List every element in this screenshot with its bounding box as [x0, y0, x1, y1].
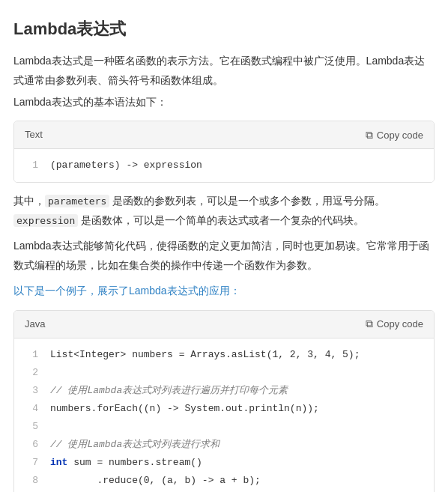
code-line: 7 int sum = numbers.stream() [14, 454, 434, 472]
line-code: List<Integer> numbers = Arrays.asList(1,… [50, 346, 360, 364]
copy-icon-1: ⧉ [366, 129, 373, 142]
line-code: // 使用Lambda表达式对列表进行求和 [50, 436, 220, 454]
code-body-java: 1 List<Integer> numbers = Arrays.asList(… [14, 338, 434, 492]
copy-button-1[interactable]: ⧉ Copy code [366, 129, 423, 142]
code-line: 6 // 使用Lambda表达式对列表进行求和 [14, 436, 434, 454]
line-number: 1 [22, 346, 38, 364]
code-line: 2 [14, 364, 434, 382]
intro-p2: Lambda表达式的基本语法如下： [13, 93, 435, 112]
line-code: // 使用Lambda表达式对列表进行遍历并打印每个元素 [50, 382, 288, 400]
line-number: 8 [22, 472, 38, 490]
line-code: numbers.forEach((n) -> System.out.printl… [50, 400, 319, 418]
line-number: 2 [22, 364, 38, 382]
line-number: 5 [22, 418, 38, 436]
line-number: 1 [22, 157, 38, 174]
code-line: 1 (parameters) -> expression [14, 157, 434, 174]
code-line: 3 // 使用Lambda表达式对列表进行遍历并打印每个元素 [14, 382, 434, 400]
code-line: 4 numbers.forEach((n) -> System.out.prin… [14, 400, 434, 418]
middle-text-1: 其中，parameters 是函数的参数列表，可以是一个或多个参数，用逗号分隔。… [13, 192, 435, 231]
code-block-text: Text ⧉ Copy code 1 (parameters) -> expre… [13, 121, 435, 183]
copy-button-2[interactable]: ⧉ Copy code [366, 318, 423, 330]
line-code: int sum = numbers.stream() [50, 454, 202, 472]
code-header-text: Text ⧉ Copy code [14, 121, 434, 149]
copy-icon-2: ⧉ [366, 318, 373, 330]
line-number: 7 [22, 454, 38, 472]
middle-text-3: 以下是一个例子，展示了Lambda表达式的应用： [13, 282, 435, 301]
line-code [50, 418, 56, 436]
code-header-java: Java ⧉ Copy code [14, 311, 434, 338]
middle-text-2: Lambda表达式能够简化代码，使得函数的定义更加简洁，同时也更加易读。它常常用… [13, 237, 435, 276]
intro-p1: Lambda表达式是一种匿名函数的表示方法。它在函数式编程中被广泛使用。Lamb… [13, 52, 435, 89]
line-number: 4 [22, 400, 38, 418]
line-code: (parameters) -> expression [50, 157, 202, 174]
line-number: 3 [22, 382, 38, 400]
line-code [50, 364, 56, 382]
code-line: 1 List<Integer> numbers = Arrays.asList(… [14, 346, 434, 364]
code-block-java: Java ⧉ Copy code 1 List<Integer> numbers… [13, 310, 435, 492]
code-line: 8 .reduce(0, (a, b) -> a + b); [14, 472, 434, 490]
line-number: 6 [22, 436, 38, 454]
line-code: .reduce(0, (a, b) -> a + b); [50, 472, 261, 490]
code-line: 5 [14, 418, 434, 436]
code-body-text: 1 (parameters) -> expression [14, 149, 434, 182]
code-lang-text: Text [25, 127, 43, 143]
code-lang-java: Java [25, 316, 45, 332]
page-title: Lambda表达式 [13, 15, 435, 43]
